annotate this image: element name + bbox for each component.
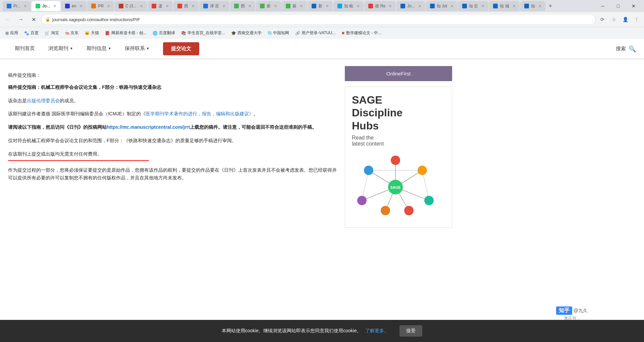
close-button[interactable]: ✕ xyxy=(626,0,641,12)
bookmark-swjtu[interactable]: 🎓 西南交通大学 xyxy=(228,29,264,37)
svg-text:SAGE: SAGE xyxy=(390,185,400,189)
bookmark-taobao[interactable]: 🛒 淘宝 xyxy=(42,29,62,37)
tab-favicon xyxy=(234,4,239,8)
tab-bar: Pr... ✕ Jo... ✕ en ✕ PR ✕ C (3... ✕ 遗 ✕ xyxy=(0,0,644,12)
tab-close[interactable]: ✕ xyxy=(538,4,541,8)
tab-close[interactable]: ✕ xyxy=(24,4,27,8)
svg-point-17 xyxy=(381,206,390,215)
tab-jiao[interactable]: 知 交 ✕ xyxy=(458,1,488,11)
bookmark-cnki[interactable]: 知 中国知网 xyxy=(265,29,292,37)
tab-close[interactable]: ✕ xyxy=(300,4,303,8)
tab-close[interactable]: ✕ xyxy=(418,4,421,8)
tab-favicon xyxy=(152,4,156,8)
close-load-button[interactable]: ✕ xyxy=(28,14,39,25)
restore-button[interactable]: □ xyxy=(610,0,626,12)
red-underline xyxy=(8,160,149,161)
new-tab-button[interactable]: + xyxy=(546,3,555,10)
nav-journal-home[interactable]: 期刊首页 xyxy=(8,39,42,59)
tab-label: 西 xyxy=(241,3,245,9)
icmje-link[interactable]: 医学期刊学术著作的进行，报告，编辑和出版建议》 xyxy=(146,111,254,116)
nav-contact[interactable]: 保持联系 ▼ xyxy=(118,39,156,59)
content-title: 稿件提交指南：机械工程师学会会议论文集，F部分：铁路与快速交通杂志 xyxy=(8,83,337,92)
bookmark-tianmao[interactable]: 🐱 天猫 xyxy=(82,29,102,37)
tab-favicon xyxy=(203,4,208,8)
bookmark-baidu[interactable]: 🐾 百度 xyxy=(21,29,41,37)
tab-xi2[interactable]: 西 ✕ xyxy=(230,1,255,11)
tab-close[interactable]: ✕ xyxy=(107,4,110,8)
tab-label: 搜 Re xyxy=(375,3,385,9)
submit-paper-button[interactable]: 提交论文 xyxy=(163,42,199,55)
page-wrapper: 稿件提交指南： 稿件提交指南：机械工程师学会会议论文集，F部分：铁路与快速交通杂… xyxy=(0,59,644,314)
tab-close[interactable]: ✕ xyxy=(481,4,484,8)
tab-xin2[interactable]: 新 ✕ xyxy=(282,1,307,11)
tab-close[interactable]: ✕ xyxy=(222,4,225,8)
bookmark-xuesheng[interactable]: 📚 学生首页_在线学堂... xyxy=(178,29,228,37)
tab-en[interactable]: en ✕ xyxy=(61,1,87,11)
tab-jot[interactable]: 知 Jot ✕ xyxy=(426,1,458,11)
bookmark-fanyi[interactable]: 🌐 百度翻译 xyxy=(150,29,178,37)
paragraph-1: 该杂志是出版伦理委员会的成员。 xyxy=(8,97,337,105)
tab-close[interactable]: ✕ xyxy=(326,4,329,8)
tab-close[interactable]: ✕ xyxy=(140,4,143,8)
nav-browse[interactable]: 浏览期刊 ▼ xyxy=(42,39,80,59)
menu-button[interactable]: ⋮ xyxy=(632,15,641,24)
tab-favicon xyxy=(462,4,467,8)
tab-jian[interactable]: 知 检 ✕ xyxy=(333,1,364,11)
tab-close[interactable]: ✕ xyxy=(79,4,83,8)
tab-close[interactable]: ✕ xyxy=(357,4,360,8)
tab-label: 知 检 xyxy=(344,3,353,9)
translate-button[interactable]: ⟳ xyxy=(598,15,607,24)
bookmark-math[interactable]: ✖ 数学建模论文 - 中... xyxy=(339,29,384,37)
tab-favicon xyxy=(400,4,405,8)
tab-close[interactable]: ✕ xyxy=(274,4,277,8)
tab-favicon xyxy=(36,4,40,8)
tab-globe-new[interactable]: 新 ✕ xyxy=(308,1,333,11)
tab-close[interactable]: ✕ xyxy=(389,4,392,8)
tab-close[interactable]: ✕ xyxy=(513,4,516,8)
sage-hub-graphic: SAGE xyxy=(352,154,439,221)
tab-close[interactable]: ✕ xyxy=(166,4,169,8)
tab-close[interactable]: ✕ xyxy=(450,4,453,8)
online-first-button[interactable]: OnlineFirst xyxy=(345,66,452,81)
tab-favicon xyxy=(91,4,96,8)
tab-close[interactable]: ✕ xyxy=(53,4,56,8)
paragraph-5: 在该期刊上提交或出版均无需支付任何费用。 xyxy=(8,150,337,158)
tab-label: Jo... xyxy=(407,4,415,8)
tab-label: PR xyxy=(98,4,104,8)
tab-cheng[interactable]: 知 城 ✕ xyxy=(489,1,519,11)
tab-c3[interactable]: C (3... ✕ xyxy=(115,1,147,11)
bookmark-vatuu[interactable]: 🔗 用户登录-VATUU... xyxy=(292,29,338,37)
minimize-button[interactable]: ─ xyxy=(595,0,610,12)
back-button[interactable]: ← xyxy=(3,14,13,25)
bookmark-button[interactable]: ☆ xyxy=(609,15,619,24)
bookmark-jd[interactable]: 🛍 京东 xyxy=(62,29,81,37)
apps-icon: ⊞ xyxy=(5,31,9,36)
svg-point-15 xyxy=(357,196,367,205)
taobao-icon: 🛒 xyxy=(45,31,50,36)
tab-zhidao2[interactable]: 知 ✕ xyxy=(520,1,545,11)
manuscript-link[interactable]: https://mc.manuscriptcentral.com/jrrt xyxy=(107,124,190,130)
url-bar[interactable]: 🔒 journals.sagepub.com/author-instructio… xyxy=(41,14,596,25)
tab-pro[interactable]: Pr... ✕ xyxy=(3,1,31,11)
tab-re[interactable]: 搜 Re ✕ xyxy=(364,1,396,11)
tab-yi[interactable]: 遗 ✕ xyxy=(148,1,173,11)
tab-sage[interactable]: Jo... ✕ xyxy=(32,1,60,11)
tab-pr[interactable]: PR ✕ xyxy=(87,1,114,11)
tab-jo-sage[interactable]: Jo... ✕ xyxy=(396,1,425,11)
bookmark-apps[interactable]: ⊞ 应用 xyxy=(3,29,21,37)
tab-close[interactable]: ✕ xyxy=(192,4,195,8)
search-button[interactable]: 搜索 🔍 xyxy=(616,45,636,53)
forward-button[interactable]: → xyxy=(15,14,26,25)
tab-close[interactable]: ✕ xyxy=(248,4,251,8)
tab-xin1[interactable]: 新 ✕ xyxy=(256,1,281,11)
svg-point-18 xyxy=(404,206,414,215)
profile-button[interactable]: 👤 xyxy=(621,15,630,24)
tab-label: 知 交 xyxy=(469,3,478,9)
fanyi-icon: 🌐 xyxy=(153,31,158,36)
tab-xi1[interactable]: 西 ✕ xyxy=(173,1,199,11)
nav-journal-info[interactable]: 期刊信息 ▼ xyxy=(80,39,118,59)
tab-bai[interactable]: 译 百 ✕ xyxy=(199,1,229,11)
contact-chevron: ▼ xyxy=(146,47,150,50)
bookmark-netease[interactable]: 📕 网易有道卡搭 - 创... xyxy=(102,29,149,37)
ethics-committee-link[interactable]: 出版伦理委员会 xyxy=(27,98,60,103)
